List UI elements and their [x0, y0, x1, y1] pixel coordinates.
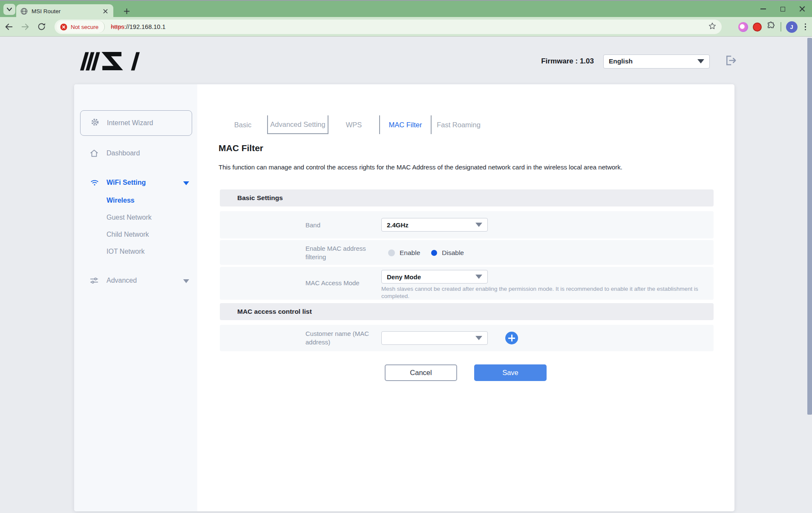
radio-enable-label: Enable [400, 249, 420, 257]
url-text: https://192.168.10.1 [111, 23, 165, 30]
wifi-icon [89, 176, 100, 187]
sidebar-item-label: Internet Wizard [107, 119, 153, 127]
extensions-puzzle-icon[interactable] [766, 21, 776, 32]
gear-icon [90, 118, 100, 129]
language-select[interactable]: English [603, 54, 710, 69]
browser-tab-strip: MSI Router [0, 0, 812, 17]
window-maximize-button[interactable] [773, 1, 792, 17]
plus-icon [124, 8, 130, 14]
toolbar-separator [780, 22, 781, 32]
chevron-down-icon [475, 336, 482, 340]
home-icon [89, 147, 100, 158]
browser-menu-icon[interactable] [802, 23, 809, 31]
not-secure-icon [60, 23, 67, 31]
sidebar-item-wireless[interactable]: Wireless [74, 194, 197, 208]
customer-name-select[interactable] [381, 331, 488, 345]
msi-logo [80, 52, 140, 71]
add-entry-button[interactable] [505, 332, 518, 344]
tab-basic[interactable]: Basic [219, 115, 268, 134]
address-bar[interactable]: Not secure https://192.168.10.1 [55, 20, 722, 34]
chevron-down-icon [697, 59, 704, 63]
bookmark-star-icon[interactable] [708, 22, 717, 32]
radio-off-icon [388, 249, 395, 256]
tab-wps[interactable]: WPS [328, 115, 380, 134]
customer-name-row: Customer name (MAC address) [220, 325, 714, 351]
sidebar-item-wifi-setting[interactable]: WiFi Setting [74, 176, 197, 190]
chevron-down-icon [183, 279, 189, 283]
back-button[interactable] [2, 20, 16, 34]
radio-disable[interactable]: Disable [431, 249, 464, 257]
band-select[interactable]: 2.4GHz [381, 218, 488, 232]
band-row: Band 2.4GHz [220, 211, 714, 238]
extension-pink-icon[interactable] [738, 22, 748, 32]
reload-button[interactable] [34, 20, 49, 34]
sidebar-item-advanced[interactable]: Advanced [74, 274, 197, 288]
sidebar-item-label: WiFi Setting [107, 179, 146, 186]
tab-advanced-setting[interactable]: Advanced Setting [268, 115, 328, 134]
chevron-down-icon [183, 181, 189, 185]
band-label: Band [305, 221, 379, 229]
extension-record-icon[interactable] [753, 23, 762, 32]
page-header-right: Firmware : 1.03 English [541, 54, 737, 69]
screen: MSI Router [0, 0, 812, 513]
band-value: 2.4GHz [387, 221, 409, 229]
tab-title: MSI Router [32, 8, 98, 14]
browser-toolbar: Not secure https://192.168.10.1 J [0, 17, 812, 37]
sidebar-item-internet-wizard[interactable]: Internet Wizard [80, 110, 192, 136]
radio-enable[interactable]: Enable [388, 249, 420, 257]
logout-icon[interactable] [724, 54, 737, 69]
window-controls [753, 1, 812, 17]
chevron-down-icon [6, 7, 12, 11]
language-value: English [609, 57, 633, 65]
scrollbar-thumb[interactable] [807, 38, 812, 415]
main-card: Internet Wizard Dashboard WiFi Setting [74, 84, 734, 511]
chevron-down-icon [475, 275, 482, 279]
tab-bar: Basic Advanced Setting WPS MAC Filter Fa… [219, 115, 486, 134]
cancel-button[interactable]: Cancel [385, 364, 457, 381]
mac-access-mode-row: MAC Access Mode Deny Mode Mesh slaves ca… [220, 267, 714, 300]
radio-disable-label: Disable [442, 249, 464, 257]
tab-close-icon[interactable] [101, 7, 109, 15]
extensions-area: J [738, 17, 809, 37]
sidebar: Internet Wizard Dashboard WiFi Setting [74, 84, 197, 511]
save-button[interactable]: Save [474, 364, 547, 381]
customer-name-label: Customer name (MAC address) [305, 330, 379, 347]
url-rest: ://192.168.10.1 [124, 23, 166, 30]
sidebar-item-iot-network[interactable]: IOT Network [74, 245, 197, 259]
firmware-version: Firmware : 1.03 [541, 57, 594, 66]
chevron-down-icon [475, 223, 482, 227]
sidebar-item-dashboard[interactable]: Dashboard [74, 147, 197, 160]
tab-fast-roaming[interactable]: Fast Roaming [432, 115, 486, 134]
sidebar-item-label: IOT Network [107, 248, 145, 255]
mac-access-mode-select[interactable]: Deny Mode [381, 270, 488, 284]
window-close-button[interactable] [792, 1, 812, 17]
new-tab-button[interactable] [121, 6, 132, 17]
content-area: Basic Advanced Setting WPS MAC Filter Fa… [197, 84, 734, 511]
radio-on-icon [431, 250, 437, 256]
sidebar-item-label: Guest Network [107, 214, 152, 221]
mac-filtering-row: Enable MAC address filtering Enable Disa… [220, 240, 714, 265]
sidebar-item-label: Advanced [107, 277, 137, 284]
sidebar-item-label: Wireless [107, 197, 135, 204]
not-secure-chip[interactable]: Not secure [57, 21, 105, 33]
tab-search-button[interactable] [3, 4, 15, 15]
sidebar-item-child-network[interactable]: Child Network [74, 228, 197, 242]
sidebar-item-label: Dashboard [107, 149, 140, 157]
sidebar-item-label: Child Network [107, 231, 149, 238]
sidebar-item-guest-network[interactable]: Guest Network [74, 211, 197, 225]
profile-avatar[interactable]: J [786, 21, 798, 33]
section-mac-access-control-list: MAC access control list [220, 303, 714, 320]
browser-tab[interactable]: MSI Router [16, 4, 113, 18]
router-page: Firmware : 1.03 English Internet Wizard [0, 37, 812, 513]
url-scheme: https [111, 23, 124, 30]
globe-favicon-icon [20, 8, 28, 15]
mac-access-mode-value: Deny Mode [387, 273, 421, 281]
mac-filtering-label: Enable MAC address filtering [305, 244, 379, 261]
mac-access-mode-label: MAC Access Mode [305, 279, 379, 287]
mac-filtering-radios: Enable Disable [388, 249, 464, 257]
tab-mac-filter[interactable]: MAC Filter [380, 115, 432, 134]
section-basic-settings: Basic Settings [220, 189, 714, 206]
forward-button[interactable] [18, 20, 32, 34]
window-minimize-button[interactable] [753, 1, 773, 17]
not-secure-label: Not secure [71, 24, 98, 30]
